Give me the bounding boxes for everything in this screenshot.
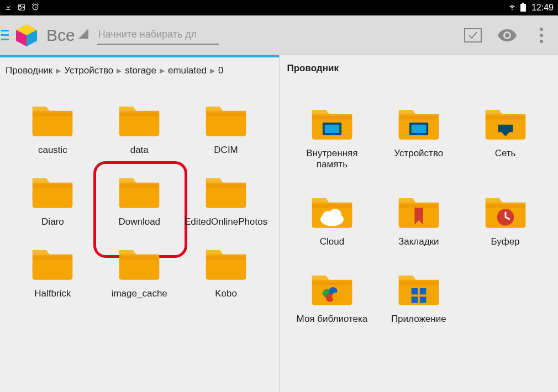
svg-rect-19	[498, 125, 513, 132]
folder-icon	[30, 172, 75, 209]
location-item[interactable]: Закладки	[377, 192, 460, 247]
folder-icon	[204, 172, 248, 209]
svg-rect-28	[411, 288, 417, 294]
svg-rect-16	[325, 125, 340, 133]
svg-rect-5	[1, 34, 9, 36]
location-item[interactable]: Приложение	[377, 269, 460, 325]
breadcrumb-item[interactable]: Проводник	[6, 65, 52, 76]
app-toolbar: Все	[0, 15, 558, 55]
folder-label: data	[130, 145, 149, 156]
folder-item[interactable]: Diaro	[11, 172, 94, 227]
folder-icon	[204, 100, 248, 137]
folder-icon	[397, 104, 441, 140]
svg-rect-29	[420, 288, 426, 294]
svg-rect-4	[1, 30, 9, 31]
svg-point-1	[20, 5, 21, 6]
svg-rect-6	[1, 39, 9, 40]
download-icon	[4, 3, 12, 13]
folder-label: caustic	[38, 145, 67, 156]
chevron-right-icon: ▶	[210, 67, 215, 75]
folder-grid: causticdataDCIMDiaroDownloadEditedOnline…	[0, 84, 279, 305]
folder-item[interactable]: Download	[98, 172, 181, 227]
right-pane-title: Проводник	[280, 55, 559, 82]
folder-item[interactable]: DCIM	[185, 100, 268, 156]
android-status-bar: 12:49	[0, 0, 558, 15]
location-label: Закладки	[398, 236, 439, 247]
folder-icon	[30, 100, 75, 137]
svg-rect-31	[420, 296, 426, 303]
menu-button[interactable]	[0, 15, 10, 55]
svg-marker-10	[78, 29, 88, 39]
folder-icon	[310, 269, 354, 306]
svg-point-13	[540, 34, 543, 37]
folder-label: EditedOnlinePhotos	[185, 216, 267, 227]
folder-icon	[117, 244, 161, 280]
folder-item[interactable]: Halfbrick	[11, 244, 94, 299]
folder-item[interactable]: caustic	[11, 100, 94, 156]
svg-point-27	[332, 293, 340, 301]
folder-icon	[117, 172, 161, 209]
location-label: Устройство	[394, 148, 443, 159]
location-label: Моя библиотека	[297, 314, 368, 325]
filter-label[interactable]: Все	[46, 26, 75, 45]
location-item[interactable]: Буфер	[464, 192, 547, 247]
chevron-right-icon: ▶	[160, 67, 165, 75]
breadcrumb-item[interactable]: emulated	[168, 65, 207, 76]
location-label: Приложение	[391, 314, 446, 325]
location-label: Cloud	[320, 236, 344, 247]
svg-point-22	[329, 209, 341, 221]
folder-icon	[397, 269, 441, 306]
svg-rect-30	[411, 296, 417, 303]
dropdown-indicator[interactable]	[78, 29, 92, 42]
location-grid: Внутренняя памятьУстройствоСетьCloudЗакл…	[280, 82, 559, 330]
svg-point-14	[540, 40, 543, 43]
folder-icon	[397, 192, 441, 229]
chevron-right-icon: ▶	[56, 67, 61, 75]
folder-item[interactable]: image_cache	[98, 244, 181, 299]
right-pane: Проводник Внутренняя памятьУстройствоСет…	[279, 55, 559, 392]
left-pane: Проводник ▶ Устройство ▶ storage ▶ emula…	[0, 55, 279, 392]
svg-rect-18	[411, 125, 426, 133]
breadcrumb-item[interactable]: storage	[125, 65, 156, 76]
folder-icon	[204, 244, 248, 280]
folder-item[interactable]: EditedOnlinePhotos	[185, 172, 268, 227]
location-item[interactable]: Внутренняя память	[291, 104, 374, 170]
breadcrumb-item[interactable]: 0	[218, 65, 223, 76]
breadcrumb: Проводник ▶ Устройство ▶ storage ▶ emula…	[0, 57, 279, 84]
folder-label: Kobo	[215, 288, 237, 299]
location-label: Внутренняя память	[291, 148, 374, 170]
app-icon[interactable]	[10, 22, 43, 49]
folder-label: Diaro	[41, 216, 64, 227]
folder-icon	[30, 244, 75, 280]
folder-icon	[310, 104, 354, 140]
svg-point-12	[540, 28, 543, 31]
visibility-button[interactable]	[497, 25, 517, 45]
location-item[interactable]: Моя библиотека	[291, 269, 374, 325]
folder-label: DCIM	[214, 145, 238, 156]
search-input[interactable]	[97, 25, 219, 45]
svg-rect-3	[522, 3, 524, 4]
content-area: Проводник ▶ Устройство ▶ storage ▶ emula…	[0, 55, 558, 392]
svg-rect-2	[520, 4, 526, 12]
folder-label: Halfbrick	[34, 288, 71, 299]
location-item[interactable]: Устройство	[377, 104, 460, 170]
breadcrumb-item[interactable]: Устройство	[64, 65, 113, 76]
folder-icon	[117, 100, 161, 137]
battery-icon	[520, 3, 526, 13]
folder-item[interactable]: Kobo	[185, 244, 268, 299]
location-label: Сеть	[495, 148, 516, 159]
alarm-icon	[31, 3, 40, 13]
folder-icon	[483, 104, 528, 140]
location-item[interactable]: Cloud	[291, 192, 374, 247]
wifi-icon	[507, 3, 517, 13]
search-field[interactable]	[97, 25, 219, 45]
location-item[interactable]: Сеть	[464, 104, 547, 170]
clock-display: 12:49	[531, 3, 554, 13]
select-mode-button[interactable]	[463, 25, 483, 45]
folder-item[interactable]: data	[98, 100, 181, 156]
overflow-menu-button[interactable]	[531, 25, 551, 45]
location-label: Буфер	[491, 236, 520, 247]
folder-icon	[310, 192, 354, 229]
folder-icon	[483, 192, 528, 229]
svg-rect-11	[465, 29, 481, 42]
